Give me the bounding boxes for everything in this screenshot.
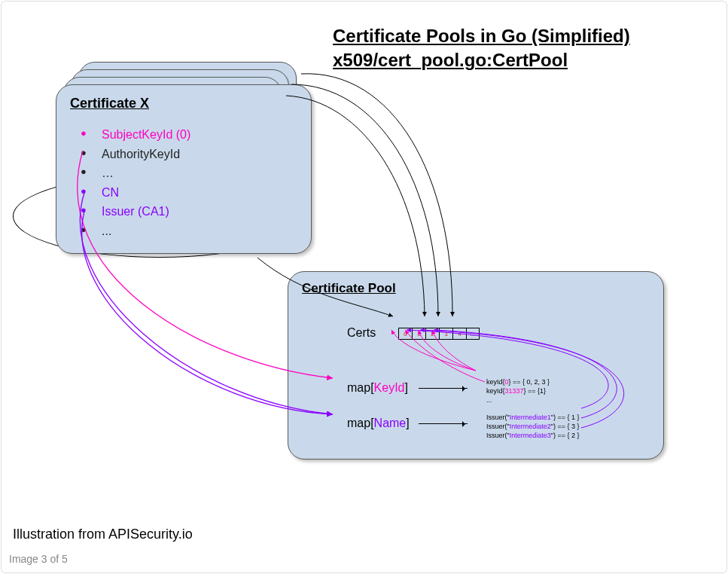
certificate-card-title: Certificate X xyxy=(70,96,297,111)
map-name-key: Name xyxy=(374,417,407,429)
cell-3: 3 xyxy=(439,328,452,340)
field-cn: CN xyxy=(90,183,297,203)
field-subjectkeyid: SubjectKeyId (0) xyxy=(90,125,297,145)
title-line1: Certificate Pools in Go (Simplified) xyxy=(333,26,630,46)
field-authoritykeyid: AuthorityKeyId xyxy=(90,145,297,164)
diagram-frame: Certificate Pools in Go (Simplified) x50… xyxy=(1,1,727,573)
map-name-prefix: map[ xyxy=(347,417,374,429)
cell-4: 4 xyxy=(452,328,466,340)
cell-0: 0 xyxy=(398,328,412,340)
map-name-suffix: ] xyxy=(406,417,409,429)
keyid-entries: keyId{0} == { 0, 2, 3 } keyId{31337} == … xyxy=(486,377,550,405)
cell-more: ... xyxy=(466,328,480,340)
field-ellipsis-2: ... xyxy=(90,221,297,241)
map-key-key: KeyId xyxy=(374,381,405,394)
image-counter: Image 3 of 5 xyxy=(9,553,68,565)
issuer-entries: Issuer("Intermediate1") == { 1 } Issuer(… xyxy=(486,413,579,440)
cell-1: 1 xyxy=(412,328,425,340)
map-key-prefix: map[ xyxy=(347,381,374,394)
diagram-title: Certificate Pools in Go (Simplified) x50… xyxy=(333,24,630,73)
pool-certs-label: Certs xyxy=(347,326,376,340)
pool-map-name-label: map[Name] xyxy=(347,417,410,430)
certs-array: 0 1 2 3 4 ... xyxy=(398,328,480,340)
field-ellipsis-1: … xyxy=(90,163,297,183)
map-key-suffix: ] xyxy=(405,381,408,394)
certificate-field-list: SubjectKeyId (0) AuthorityKeyId … CN Iss… xyxy=(90,125,297,241)
pool-map-keyid-label: map[KeyId] xyxy=(347,381,408,395)
field-issuer: Issuer (CA1) xyxy=(90,202,297,221)
arrow-keyid-to-entries xyxy=(419,388,468,389)
pool-title: Certificate Pool xyxy=(302,281,650,296)
certificate-pool-box: Certificate Pool Certs map[KeyId] map[Na… xyxy=(288,271,664,460)
certificate-card: Certificate X SubjectKeyId (0) Authority… xyxy=(56,84,312,254)
image-caption: Illustration from APISecurity.io xyxy=(13,527,193,542)
title-line2: x509/cert_pool.go:CertPool xyxy=(333,50,568,70)
cell-2: 2 xyxy=(425,328,439,340)
arrow-name-to-entries xyxy=(419,423,468,424)
